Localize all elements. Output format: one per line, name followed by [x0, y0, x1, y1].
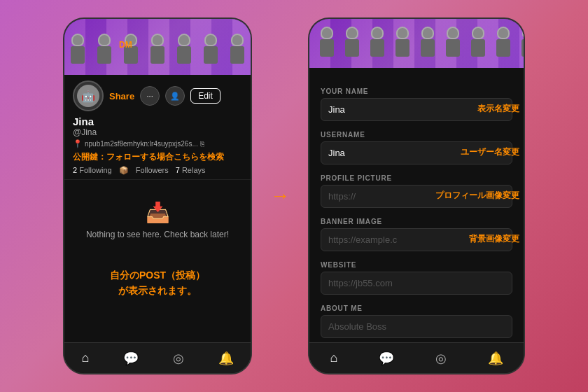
about-me-group: ABOUT ME	[321, 304, 512, 338]
banner-figure	[67, 34, 88, 72]
left-phone: 🤖 Share ··· 👤 Edit DM Jina @Jina 📍 npub1…	[63, 18, 252, 374]
banner-figure	[94, 34, 115, 72]
username-group: USERNAME ユーザー名変更	[321, 131, 512, 164]
banner-pattern	[64, 19, 251, 75]
edit-button[interactable]: Edit	[190, 88, 220, 104]
right-banner: 🤖	[309, 19, 524, 68]
username-annotation: ユーザー名変更	[461, 146, 519, 158]
arrow-container: →	[266, 18, 294, 374]
website-label: WEBSITE	[321, 261, 512, 269]
profile-name: Jina	[73, 115, 242, 127]
profile-section: 🤖 Share ··· 👤 Edit DM Jina @Jina 📍 npub1…	[64, 75, 251, 180]
about-me-label: ABOUT ME	[321, 304, 512, 312]
banner-figure	[200, 34, 221, 72]
website-input[interactable]	[321, 272, 512, 295]
banner-figure	[518, 27, 524, 65]
username-label: USERNAME	[321, 131, 512, 139]
banner-figure	[367, 27, 388, 65]
right-nav-search-icon[interactable]: ◎	[435, 351, 447, 366]
banner-image-label: BANNER IMAGE	[321, 218, 512, 225]
nav-search-icon[interactable]: ◎	[173, 351, 184, 366]
public-key-note: 公開鍵：フォローする場合こちらを検索	[73, 151, 242, 163]
profile-picture-group: PROFILE PICTURE プロフィール画像変更	[321, 174, 512, 208]
nav-home-icon[interactable]: ⌂	[81, 351, 89, 365]
follow-row: 2 Following 📦 Followers 7 Relays	[73, 166, 242, 175]
phone-content: 🤖 Share ··· 👤 Edit DM Jina @Jina 📍 npub1…	[64, 75, 251, 342]
banner-figure	[442, 27, 463, 65]
relays-count: 7 Relays	[176, 166, 206, 175]
left-nav: ⌂ 💬 ◎ 🔔	[64, 342, 251, 373]
dm-button[interactable]: 👤	[165, 86, 185, 106]
right-banner-pattern: 🤖	[309, 19, 524, 68]
profile-handle: @Jina	[73, 127, 242, 137]
navigation-arrow: →	[270, 185, 290, 207]
following-count: 2 Following	[73, 166, 112, 175]
your-name-group: YOUR NAME 表示名変更	[321, 88, 512, 121]
avatar: 🤖	[73, 80, 104, 111]
your-name-label: YOUR NAME	[321, 88, 512, 95]
banner-figure	[493, 27, 514, 65]
banner-image-annotation: 背景画像変更	[469, 233, 519, 245]
right-phone: 🤖 YOUR NAME 表示名変更 USERNAME ユーザー名変更 PROFI…	[308, 18, 525, 374]
about-me-input[interactable]	[321, 315, 512, 338]
dots-button[interactable]: ···	[140, 86, 160, 106]
profile-key: 📍 npub1m2sf8emhykn:lr4suypxjs26s... ⎘	[73, 139, 242, 148]
banner-figure	[468, 27, 489, 65]
profile-picture-annotation: プロフィール画像変更	[435, 190, 519, 202]
right-nav: ⌂ 💬 ◎ 🔔	[309, 342, 524, 373]
followers-label: Followers	[136, 166, 169, 175]
banner-figure	[227, 34, 248, 72]
banner-figure	[342, 27, 363, 65]
empty-text: Nothing to see here. Check back later!	[86, 230, 229, 239]
nav-chat-icon[interactable]: 💬	[123, 351, 139, 366]
post-note: 自分のPOST（投稿）が表示されます。	[64, 260, 251, 306]
banner-image-group: BANNER IMAGE 背景画像変更	[321, 218, 512, 251]
avatar-icon: 🤖	[77, 85, 99, 107]
right-nav-chat-icon[interactable]: 💬	[379, 351, 394, 366]
banner-figure	[147, 34, 168, 72]
banner-figure	[174, 34, 195, 72]
public-key-text: npub1m2sf8emhykn:lr4suypxjs26s...	[85, 140, 198, 148]
key-icon: 📍	[73, 139, 83, 148]
banner-figure	[316, 27, 337, 65]
share-label: Share	[109, 91, 134, 102]
right-nav-bell-icon[interactable]: 🔔	[488, 351, 503, 366]
empty-state: 📥 Nothing to see here. Check back later!	[64, 180, 251, 260]
copy-icon[interactable]: ⎘	[200, 140, 204, 148]
banner-figure	[392, 27, 413, 65]
nav-bell-icon[interactable]: 🔔	[218, 351, 234, 366]
profile-header: 🤖 Share ··· 👤 Edit	[73, 80, 242, 111]
inbox-icon: 📥	[146, 201, 170, 224]
website-group: WEBSITE	[321, 261, 512, 295]
banner-figure	[417, 27, 438, 65]
relay-icon: 📦	[119, 166, 129, 175]
edit-form: YOUR NAME 表示名変更 USERNAME ユーザー名変更 PROFILE…	[309, 68, 524, 342]
left-banner	[64, 19, 251, 75]
your-name-annotation: 表示名変更	[477, 103, 519, 115]
profile-picture-label: PROFILE PICTURE	[321, 174, 512, 182]
right-nav-home-icon[interactable]: ⌂	[330, 351, 337, 365]
